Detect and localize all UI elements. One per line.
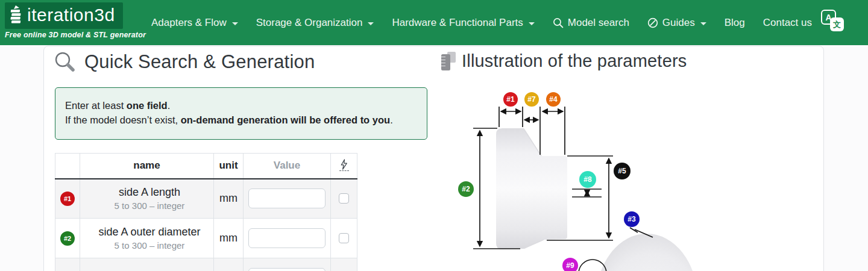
illustration-heading: Illustration of the parameters [440,51,687,71]
dome-part-shape [596,234,697,271]
nav-model-search[interactable]: Model search [544,17,638,29]
nav-contact-us[interactable]: Contact us [754,17,821,29]
parameters-illustration: #1 #7 #4 #2 #5 #8 #3 #9 [447,73,844,271]
brand-tagline: Free online 3D model & STL generator [5,31,146,39]
page-title: Quick Search & Generation [84,51,315,73]
alert-line-1: Enter at least one field. [65,98,417,113]
figure-badge-4: #4 [546,92,561,107]
layers-stack-icon [10,5,23,25]
lightning-bolt-icon [340,159,348,170]
value-input-side-a-outer-diameter[interactable] [248,228,326,248]
translate-letter-cjk: 文 [830,17,844,31]
nav-hardware-functional-parts[interactable]: Hardware & Functional Parts [383,17,543,29]
param-range: 5 to 300 – integer [86,199,213,212]
compass-icon [647,17,658,28]
figure-badge-9: #9 [562,258,578,271]
nav-label: Blog [725,17,745,29]
ruler-icon [440,52,458,71]
param-unit: mm [219,192,237,204]
parameters-table: name unit Value #1 side A length [55,153,357,271]
param-unit: mm [219,232,237,244]
figure-badge-2: #2 [458,181,474,197]
figure-badge-1: #1 [503,92,518,107]
nav-label: Contact us [763,17,812,29]
param-range: 5 to 300 – integer [86,239,213,252]
quick-column-header [331,154,357,179]
search-icon [54,51,77,73]
nav-blog[interactable]: Blog [715,17,754,29]
table-row-side-a-thickness: #3 side A thickness [55,258,357,271]
search-icon [553,17,564,28]
illustration-title: Illustration of the parameters [462,51,687,71]
nav-label: Storage & Organization [256,17,363,29]
chevron-down-icon [529,22,535,25]
reducer-part-shape [496,128,567,249]
value-column-header: Value [244,154,331,179]
quick-search-heading: Quick Search & Generation [54,51,315,73]
value-input-side-a-thickness[interactable] [248,268,326,271]
top-navbar: iteration3d Free online 3D model & STL g… [0,0,868,45]
figure-badge-3: #3 [624,211,640,227]
table-header-row: name unit Value [55,154,357,179]
nav-storage-organization[interactable]: Storage & Organization [247,17,383,29]
figure-badge-5: #5 [614,163,631,179]
name-column-header: name [80,154,214,179]
quick-checkbox-side-a-length[interactable] [339,193,349,204]
param-badge: #1 [60,192,75,206]
chevron-down-icon [368,22,374,25]
chevron-down-icon [232,22,238,25]
nav-label: Model search [568,17,629,29]
brand-logo[interactable]: iteration3d Free online 3D model & STL g… [5,2,146,39]
figure-badge-8: #8 [579,171,596,188]
info-alert: Enter at least one field. If the model d… [55,87,427,140]
nav-label: Adapters & Flow [151,17,227,29]
brand-name: iteration3d [27,6,115,24]
table-row-side-a-length: #1 side A length 5 to 300 – integer mm [55,179,357,219]
param-badge: #2 [60,231,75,246]
nav-adapters-flow[interactable]: Adapters & Flow [142,17,247,29]
nav-label: Guides [662,17,695,29]
figure-badge-7: #7 [524,92,539,107]
quick-checkbox-side-a-outer-diameter[interactable] [339,233,349,243]
alert-line-2: If the model doesn’t exist, on-demand ge… [65,113,417,127]
param-name: side A length [86,185,213,199]
table-row-side-a-outer-diameter: #2 side A outer diameter 5 to 300 – inte… [55,219,357,258]
nav-guides[interactable]: Guides [638,17,715,29]
badge-column-header [55,154,80,179]
chevron-down-icon [700,22,706,25]
dashed-underline [339,170,349,171]
value-input-side-a-length[interactable] [248,188,326,208]
translate-icon[interactable]: A 文 [821,10,846,35]
main-navigation: Adapters & Flow Storage & Organization H… [142,0,821,45]
param-name: side A outer diameter [86,225,213,239]
unit-column-header: unit [214,154,244,179]
nav-label: Hardware & Functional Parts [392,17,523,29]
main-card: Quick Search & Generation Enter at least… [43,46,824,271]
